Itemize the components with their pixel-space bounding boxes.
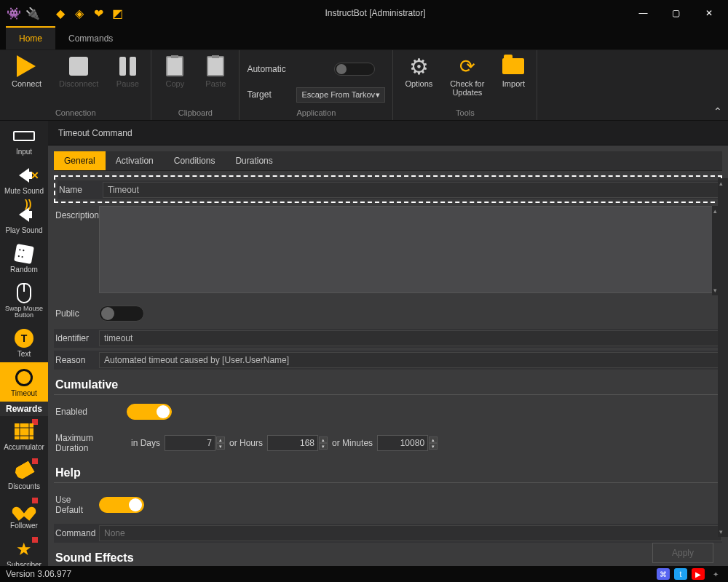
- minutes-input[interactable]: [377, 435, 428, 451]
- ribbon-group-label: Application: [296, 107, 336, 119]
- tab-durations[interactable]: Durations: [225, 151, 282, 170]
- ribbon-group-tools: ⚙ Options ⟳ Check for Updates Import Too…: [393, 50, 537, 120]
- minimize-button[interactable]: —: [627, 0, 660, 26]
- sidebar: Input ✕Mute Sound Play Sound Random Swap…: [0, 121, 48, 566]
- form-scrollbar[interactable]: [718, 178, 728, 537]
- sidebar-item-discounts[interactable]: Discounts: [0, 455, 48, 495]
- ribbon-group-application: Automatic Target Escape From Tarkov ▾ Ap…: [240, 50, 393, 120]
- target-select[interactable]: Escape From Tarkov ▾: [296, 87, 385, 103]
- notification-dot: [32, 498, 38, 503]
- twitter-icon[interactable]: t: [674, 568, 687, 580]
- ribbon-group-label: Connection: [55, 107, 96, 119]
- days-spinner[interactable]: ▴▾: [216, 436, 225, 450]
- sidebar-section-rewards[interactable]: Rewards: [0, 402, 48, 416]
- reason-label: Reason: [54, 351, 99, 370]
- misc-icon[interactable]: ✦: [709, 568, 722, 580]
- name-highlight: Name: [54, 175, 722, 203]
- copy-button[interactable]: Copy: [159, 53, 191, 89]
- app-icon-4: ◈: [73, 7, 86, 20]
- grid-icon: [13, 420, 35, 442]
- pause-button[interactable]: Pause: [111, 53, 143, 89]
- chevron-down-icon: ▾: [376, 90, 380, 100]
- titlebar-app-icons: 👾 🔌 ◆ ◈ ❤ ◩: [7, 7, 124, 20]
- menu-tab-commands[interactable]: Commands: [55, 28, 126, 49]
- identifier-label: Identifier: [54, 329, 99, 348]
- play-icon: [15, 55, 38, 78]
- sidebar-item-random[interactable]: Random: [0, 239, 48, 278]
- sidebar-item-follower[interactable]: Follower: [0, 495, 48, 534]
- minutes-spinner[interactable]: ▴▾: [429, 436, 438, 450]
- keyboard-icon: [13, 125, 35, 147]
- youtube-icon[interactable]: ▶: [692, 568, 705, 580]
- stop-icon: [67, 55, 90, 78]
- automatic-toggle[interactable]: [334, 63, 375, 76]
- tab-activation[interactable]: Activation: [106, 151, 164, 170]
- app-icon-1: 👾: [7, 7, 20, 20]
- speaker-mute-icon: ✕: [13, 164, 35, 186]
- tab-conditions[interactable]: Conditions: [164, 151, 226, 170]
- public-label: Public: [54, 304, 99, 323]
- ribbon-collapse-button[interactable]: ⌃: [713, 105, 722, 117]
- max-duration-label: Maximum Duration: [54, 428, 127, 458]
- hours-spinner[interactable]: ▴▾: [319, 436, 328, 450]
- window-title: InstructBot [Administrator]: [124, 8, 627, 18]
- sidebar-item-input[interactable]: Input: [0, 121, 48, 160]
- sidebar-item-play-sound[interactable]: Play Sound: [0, 199, 48, 239]
- apply-button[interactable]: Apply: [652, 543, 713, 563]
- app-icon-5: ❤: [92, 7, 105, 20]
- description-label: Description: [54, 206, 99, 225]
- form: Name Description Public Identifier Reaso…: [48, 171, 728, 566]
- hours-label: or Hours: [225, 438, 267, 448]
- hours-input[interactable]: [267, 435, 318, 451]
- refresh-icon: ⟳: [456, 55, 479, 78]
- ribbon-group-connection: Connect Disconnect Pause Connection: [0, 50, 151, 120]
- speaker-play-icon: [13, 204, 35, 226]
- tab-general[interactable]: General: [54, 151, 106, 170]
- paste-icon: [204, 55, 227, 78]
- sidebar-item-accumulator[interactable]: Accumulator: [0, 416, 48, 455]
- command-label: Command: [54, 524, 99, 543]
- cumulative-enabled-toggle[interactable]: [127, 404, 172, 420]
- sidebar-item-text[interactable]: TText: [0, 323, 48, 362]
- sidebar-item-swap-mouse[interactable]: Swap Mouse Button: [0, 278, 48, 323]
- notification-dot: [32, 458, 38, 464]
- automatic-label: Automatic: [247, 64, 290, 74]
- sidebar-item-mute-sound[interactable]: ✕Mute Sound: [0, 160, 48, 199]
- app-icon-2: 🔌: [26, 7, 39, 20]
- minutes-label: or Minutes: [328, 438, 377, 448]
- discord-icon[interactable]: ⌘: [657, 568, 670, 580]
- check-updates-button[interactable]: ⟳ Check for Updates: [446, 53, 488, 98]
- folder-icon: [502, 55, 525, 78]
- sound-heading: Sound Effects: [54, 546, 722, 566]
- disconnect-button[interactable]: Disconnect: [55, 53, 103, 89]
- use-default-label: Use Default: [54, 490, 99, 519]
- sidebar-item-subscriber[interactable]: ★Subscriber: [0, 534, 48, 566]
- version-text: Version 3.06.977: [6, 569, 71, 579]
- ribbon-group-label: Tools: [456, 107, 475, 119]
- status-icons: ⌘ t ▶ ✦: [657, 568, 722, 580]
- paste-button[interactable]: Paste: [199, 53, 232, 89]
- description-input[interactable]: [99, 206, 722, 293]
- menu-tab-home[interactable]: Home: [6, 26, 55, 49]
- days-input[interactable]: [165, 435, 215, 451]
- close-button[interactable]: ✕: [692, 0, 725, 26]
- app-icon-6: ◩: [111, 7, 124, 20]
- command-input: [99, 525, 722, 541]
- options-button[interactable]: ⚙ Options: [400, 53, 437, 89]
- text-icon: T: [13, 327, 35, 349]
- dice-icon: [13, 243, 35, 265]
- heart-icon: [13, 499, 35, 521]
- panel-tabs: General Activation Conditions Durations: [54, 151, 722, 171]
- sidebar-item-timeout[interactable]: Timeout: [0, 362, 48, 402]
- use-default-toggle[interactable]: [99, 497, 144, 513]
- reason-input[interactable]: [99, 352, 722, 368]
- public-toggle[interactable]: [99, 306, 144, 322]
- connect-button[interactable]: Connect: [7, 53, 46, 89]
- days-label: in Days: [127, 438, 165, 448]
- identifier-input[interactable]: [99, 330, 722, 346]
- maximize-button[interactable]: ▢: [660, 0, 692, 26]
- name-input[interactable]: [103, 182, 719, 198]
- import-button[interactable]: Import: [497, 53, 529, 89]
- menu-bar: Home Commands: [0, 26, 728, 50]
- stopwatch-icon: [13, 367, 35, 388]
